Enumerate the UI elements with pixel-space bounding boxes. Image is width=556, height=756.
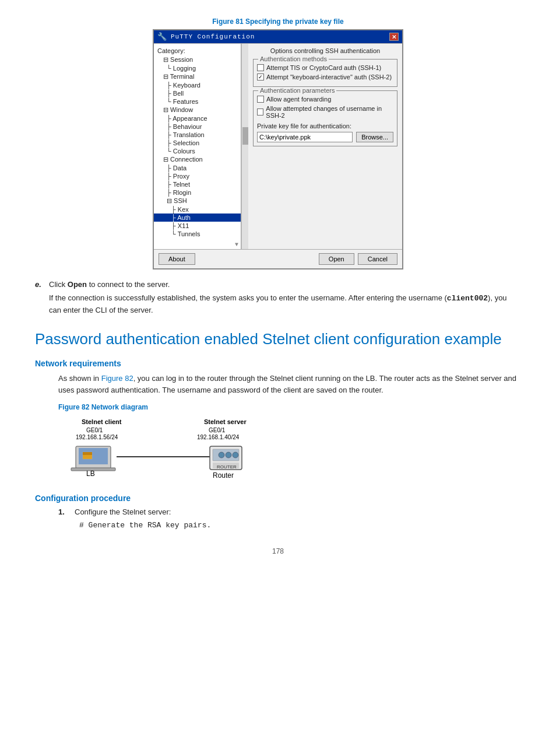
auth-methods-label: Authentication methods [258, 55, 329, 62]
step-e-subtext: If the connection is successfully establ… [49, 292, 521, 316]
putty-footer-right: Open Cancel [319, 253, 397, 265]
putty-footer: About Open Cancel [154, 249, 402, 268]
tree-session[interactable]: ⊟ Session [154, 55, 241, 64]
figure82-caption: Figure 82 Network diagram [58, 403, 521, 411]
client-label: Stelnet client [82, 418, 122, 425]
check4-checkbox[interactable] [257, 108, 263, 116]
tree-logging[interactable]: └ Logging [154, 64, 241, 72]
check3-label: Allow agent forwarding [266, 96, 331, 103]
check3-checkbox[interactable] [257, 96, 264, 103]
step-e-subtext1: If the connection is successfully establ… [49, 293, 447, 302]
tree-selection[interactable]: ├ Selection [154, 139, 241, 147]
step-e-text1: Click [49, 280, 68, 289]
step-e-content: Click Open to connect to the server. If … [49, 280, 521, 316]
body-text-part1: As shown in [58, 374, 101, 383]
network-requirements-heading: Network requirements [35, 359, 521, 368]
putty-titlebar: 🔧 PuTTY Configuration ✕ [154, 30, 402, 43]
check4-row: Allow attempted changes of username in S… [257, 105, 393, 119]
tree-terminal[interactable]: ⊟ Terminal [154, 72, 241, 81]
proc-step1-text: Configure the Stelnet server: [75, 508, 521, 516]
client-ip: 192.168.1.56/24 [76, 434, 118, 440]
tree-window[interactable]: ⊟ Window [154, 106, 241, 114]
server-ip: 192.168.1.40/24 [197, 434, 240, 440]
lb-nic-top [83, 452, 92, 455]
configuration-procedure-heading: Configuration procedure [35, 494, 521, 503]
category-label: Category: [154, 46, 241, 55]
tree-x11[interactable]: ├ X11 [154, 222, 241, 230]
tree-colours[interactable]: └ Colours [154, 147, 241, 155]
network-diagram-svg: Stelnet client Stelnet server GE0/1 192.… [58, 416, 280, 480]
router-circle2 [226, 452, 231, 458]
check1-row: Attempt TIS or CryptoCard auth (SSH-1) [257, 64, 393, 71]
proc-step1-num: 1. [58, 508, 70, 516]
tree-telnet[interactable]: ├ Telnet [154, 180, 241, 188]
tree-translation[interactable]: ├ Translation [154, 131, 241, 139]
check2-checkbox[interactable] [257, 74, 264, 80]
check2-label: Attempt "keyboard-interactive" auth (SSH… [266, 74, 392, 80]
step-e-open-bold: Open [68, 280, 87, 289]
lb-label: LB [86, 470, 95, 478]
server-label: Stelnet server [204, 418, 247, 425]
putty-window: 🔧 PuTTY Configuration ✕ Category: ⊟ Sess… [153, 29, 403, 270]
proc-step1-sub: # Generate the RSA key pairs. [35, 521, 521, 530]
page-number: 178 [35, 547, 521, 555]
tree-keyboard[interactable]: ├ Keyboard [154, 81, 241, 89]
about-button[interactable]: About [159, 253, 195, 265]
check2-row: Attempt "keyboard-interactive" auth (SSH… [257, 74, 393, 80]
putty-scrollbar[interactable] [241, 44, 248, 249]
putty-tree-panel: Category: ⊟ Session └ Logging ⊟ Terminal… [154, 44, 241, 240]
tree-behaviour[interactable]: ├ Behaviour [154, 123, 241, 131]
proc-step1: 1. Configure the Stelnet server: [35, 508, 521, 516]
tree-auth[interactable]: ├ Auth [154, 214, 241, 222]
check1-label: Attempt TIS or CryptoCard auth (SSH-1) [266, 64, 381, 71]
putty-right-panel: Options controlling SSH authentication A… [248, 44, 402, 249]
figure82: Figure 82 Network diagram Stelnet client… [58, 403, 521, 482]
tree-rlogin[interactable]: ├ Rlogin [154, 188, 241, 197]
putty-icon: 🔧 [157, 32, 167, 41]
tree-tunnels[interactable]: └ Tunnels [154, 230, 241, 238]
check4-label: Allow attempted changes of username in S… [266, 105, 393, 119]
tree-connection[interactable]: ⊟ Connection [154, 155, 241, 164]
client-port: GE0/1 [86, 427, 103, 433]
step-e: e. Click Open to connect to the server. … [35, 280, 521, 316]
key-file-label: Private key file for authentication: [257, 123, 393, 130]
section-title: Password authentication enabled Stelnet … [35, 330, 521, 349]
putty-title-text: 🔧 PuTTY Configuration [157, 32, 255, 41]
browse-button[interactable]: Browse... [356, 132, 393, 142]
key-file-input[interactable] [257, 132, 353, 142]
putty-title-label: PuTTY Configuration [171, 33, 255, 40]
tree-data[interactable]: ├ Data [154, 164, 241, 172]
cancel-button[interactable]: Cancel [358, 253, 397, 265]
figure82-link[interactable]: Figure 82 [101, 374, 133, 383]
putty-close-button[interactable]: ✕ [389, 33, 399, 41]
router-circle1 [219, 452, 224, 458]
putty-body: Category: ⊟ Session └ Logging ⊟ Terminal… [154, 43, 402, 249]
putty-right-title: Options controlling SSH authentication [253, 47, 397, 54]
putty-scroll-thumb [242, 127, 248, 145]
key-file-row: Browse... [257, 132, 393, 142]
tree-features[interactable]: └ Features [154, 97, 241, 106]
router-label: Router [213, 471, 234, 480]
tree-bell[interactable]: ├ Bell [154, 89, 241, 97]
check3-row: Allow agent forwarding [257, 96, 393, 103]
tree-ssh[interactable]: ⊟ SSH [154, 197, 241, 205]
router-text: ROUTER [217, 464, 237, 470]
tree-appearance[interactable]: ├ Appearance [154, 114, 241, 123]
step-e-letter: e. [35, 280, 44, 289]
tree-kex[interactable]: ├ Kex [154, 205, 241, 214]
auth-params-group: Authentication parameters Allow agent fo… [253, 90, 397, 146]
auth-methods-group: Authentication methods Attempt TIS or Cr… [253, 59, 397, 87]
step-e-text2: to connect to the server. [87, 280, 170, 289]
server-port: GE0/1 [209, 427, 226, 433]
step-e-username: client002 [447, 294, 488, 303]
tree-proxy[interactable]: ├ Proxy [154, 172, 241, 180]
router-circle3 [233, 452, 238, 458]
network-requirements-body: As shown in Figure 82, you can log in to… [35, 373, 521, 396]
figure81-caption: Figure 81 Specifying the private key fil… [35, 18, 521, 26]
auth-params-label: Authentication parameters [258, 87, 336, 94]
check1-checkbox[interactable] [257, 64, 264, 71]
open-button[interactable]: Open [319, 253, 354, 265]
